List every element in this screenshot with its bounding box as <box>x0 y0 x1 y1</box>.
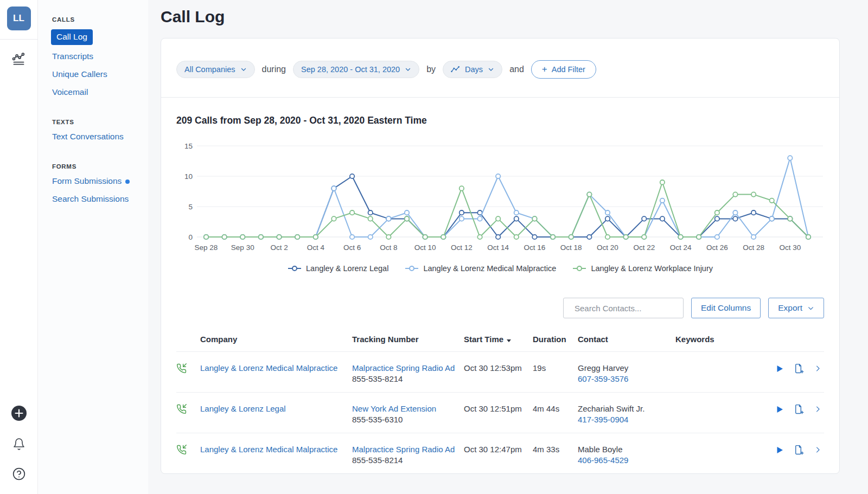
incoming-call-icon <box>176 363 200 376</box>
svg-text:Oct 28: Oct 28 <box>743 243 764 252</box>
nav-section-texts: TEXTS Text Conversations <box>52 119 143 142</box>
column-header-keywords[interactable]: Keywords <box>675 335 763 344</box>
edit-columns-button[interactable]: Edit Columns <box>691 298 761 318</box>
company-filter-dropdown[interactable]: All Companies <box>176 61 255 78</box>
nav-section-label: FORMS <box>52 163 143 170</box>
legend-marker-icon <box>405 265 419 272</box>
app-root: LL <box>0 0 868 494</box>
chevron-down-icon <box>240 66 247 73</box>
svg-text:Oct 18: Oct 18 <box>560 243 582 252</box>
sidebar-item-form-submissions[interactable]: Form Submissions <box>52 176 143 186</box>
analytics-icon[interactable] <box>11 52 26 68</box>
tracking-number-link[interactable]: Malpractice Spring Radio Ad <box>352 363 464 374</box>
export-label: Export <box>778 303 802 313</box>
search-box <box>563 298 684 318</box>
sidebar-item-text-conversations[interactable]: Text Conversations <box>52 132 143 142</box>
contact-number-link[interactable]: 417-395-0904 <box>578 414 675 425</box>
svg-text:Oct 30: Oct 30 <box>779 243 801 252</box>
help-icon[interactable] <box>12 467 26 483</box>
chevron-right-icon[interactable] <box>814 405 822 416</box>
table-header: Company Tracking Number Start Time Durat… <box>176 331 824 351</box>
add-icon[interactable] <box>11 405 27 424</box>
column-header-label: Start Time <box>464 335 503 344</box>
date-range-dropdown[interactable]: Sep 28, 2020 - Oct 31, 2020 <box>293 61 419 78</box>
and-label: and <box>509 65 524 74</box>
svg-text:Oct 24: Oct 24 <box>670 243 692 252</box>
play-recording-icon[interactable] <box>775 445 784 458</box>
add-filter-label: Add Filter <box>552 65 585 74</box>
legend-label: Langley & Lorenz Workplace Injury <box>591 264 713 273</box>
company-link[interactable]: Langley & Lorenz Medical Malpractice <box>200 363 337 373</box>
chevron-down-icon <box>488 66 494 73</box>
duration-value: 4m 33s <box>533 444 578 455</box>
chevron-right-icon[interactable] <box>814 446 822 457</box>
svg-text:Oct 4: Oct 4 <box>307 243 325 252</box>
add-note-icon[interactable] <box>794 403 805 418</box>
contact-number-link[interactable]: 406-965-4529 <box>578 455 675 466</box>
add-note-icon[interactable] <box>794 363 805 377</box>
svg-text:Oct 20: Oct 20 <box>597 243 618 252</box>
nav-sidebar: CALLS Call Log Transcripts Unique Caller… <box>38 0 148 494</box>
table-row[interactable]: Langley & Lorenz Legal New York Ad Exten… <box>176 392 824 433</box>
tracking-number-link[interactable]: Malpractice Spring Radio Ad <box>352 444 464 455</box>
svg-text:Oct 2: Oct 2 <box>270 243 288 252</box>
legend-item-medical: Langley & Lorenz Medical Malpractice <box>405 264 556 273</box>
company-link[interactable]: Langley & Lorenz Medical Malpractice <box>200 445 337 454</box>
legend-marker-icon <box>288 265 302 272</box>
column-header-start-time[interactable]: Start Time <box>464 335 533 344</box>
incoming-call-icon <box>176 444 200 458</box>
granularity-value: Days <box>465 65 483 74</box>
svg-text:Oct 8: Oct 8 <box>380 243 397 252</box>
sort-desc-icon <box>507 339 511 342</box>
table-row[interactable]: Langley & Lorenz Medical Malpractice Mal… <box>176 433 824 473</box>
export-button[interactable]: Export <box>768 298 824 318</box>
sidebar-item-label: Form Submissions <box>52 176 122 185</box>
avatar[interactable]: LL <box>7 7 31 30</box>
column-header-tracking-number[interactable]: Tracking Number <box>352 335 464 344</box>
legend-item-legal: Langley & Lorenz Legal <box>288 264 388 273</box>
bell-icon[interactable] <box>12 438 25 453</box>
svg-text:15: 15 <box>184 142 193 150</box>
main-content: Call Log All Companies during Sep 28, 20… <box>148 0 868 494</box>
row-actions <box>763 444 824 458</box>
contact-number-link[interactable]: 607-359-3576 <box>578 374 675 384</box>
sidebar-item-voicemail[interactable]: Voicemail <box>52 87 143 97</box>
svg-text:Oct 12: Oct 12 <box>451 243 473 252</box>
svg-text:Oct 26: Oct 26 <box>706 243 728 252</box>
company-filter-value: All Companies <box>184 65 235 74</box>
sidebar-item-transcripts[interactable]: Transcripts <box>52 52 143 61</box>
nav-section-label: CALLS <box>52 16 143 23</box>
legend-marker-icon <box>572 265 586 272</box>
svg-text:Sep 28: Sep 28 <box>195 243 218 252</box>
chart-section: 209 Calls from Sep 28, 2020 - Oct 31, 20… <box>161 98 839 273</box>
play-recording-icon[interactable] <box>775 405 784 417</box>
duration-value: 19s <box>533 363 578 374</box>
table-row[interactable]: Langley & Lorenz Medical Malpractice Mal… <box>176 351 824 392</box>
column-header-company[interactable]: Company <box>200 335 352 344</box>
play-recording-icon[interactable] <box>775 364 784 376</box>
sidebar-item-call-log[interactable]: Call Log <box>51 29 93 45</box>
unread-dot <box>125 179 130 184</box>
table-controls: Edit Columns Export <box>161 273 839 331</box>
tracking-number-value: 855-535-8214 <box>352 374 464 384</box>
chart-legend: Langley & Lorenz Legal Langley & Lorenz … <box>176 264 824 273</box>
tracking-number-link[interactable]: New York Ad Extension <box>352 403 464 414</box>
date-range-value: Sep 28, 2020 - Oct 31, 2020 <box>301 65 400 74</box>
add-filter-button[interactable]: + Add Filter <box>531 60 596 79</box>
company-link[interactable]: Langley & Lorenz Legal <box>200 404 286 413</box>
tracking-number-value: 855-535-6310 <box>352 414 464 425</box>
search-input[interactable] <box>575 304 682 313</box>
contact-name: Gregg Harvey <box>578 363 675 374</box>
sidebar-item-unique-callers[interactable]: Unique Callers <box>52 69 143 79</box>
column-header-duration[interactable]: Duration <box>533 335 578 344</box>
sparkline-icon <box>451 66 460 73</box>
filter-bar: All Companies during Sep 28, 2020 - Oct … <box>161 39 839 98</box>
chevron-down-icon <box>807 305 814 312</box>
add-note-icon[interactable] <box>794 444 805 458</box>
start-time-value: Oct 30 12:53pm <box>464 363 533 374</box>
column-header-contact[interactable]: Contact <box>578 335 675 344</box>
svg-text:10: 10 <box>184 172 193 181</box>
granularity-dropdown[interactable]: Days <box>443 61 502 78</box>
sidebar-item-search-submissions[interactable]: Search Submissions <box>52 194 143 204</box>
chevron-right-icon[interactable] <box>814 364 822 375</box>
